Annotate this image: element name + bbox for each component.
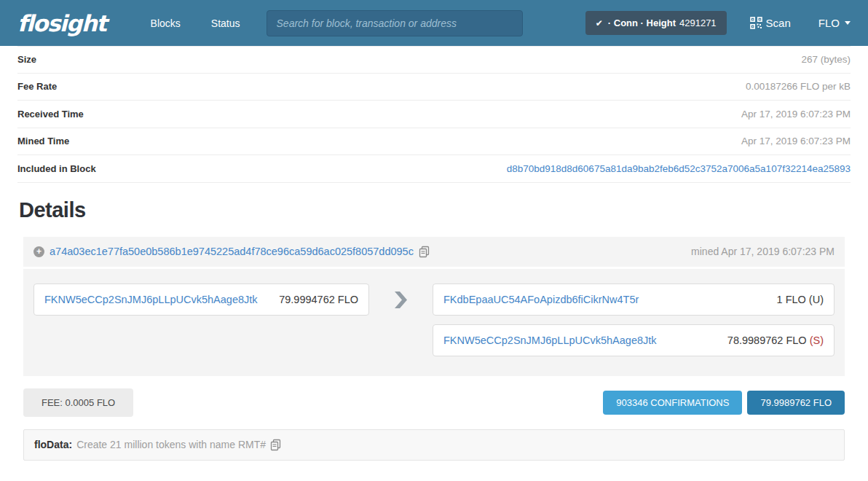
transaction-body: FKNW5eCCp2SnJMJ6pLLpUCvk5hAage8Jtk 79.99… — [23, 269, 845, 376]
table-row-size: Size 267 (bytes) — [17, 46, 851, 74]
unspent-flag: (U) — [809, 294, 824, 305]
currency-label: FLO — [818, 17, 840, 29]
output-address-link[interactable]: FKNW5eCCp2SnJMJ6pLLpUCvk5hAage8Jtk — [443, 335, 657, 346]
transaction-header: + a74a03ec1e77fa50e0b586b1e9745225ad4f78… — [23, 237, 845, 269]
status-badge-label: · Conn · Height — [608, 17, 676, 28]
row-value: Apr 17, 2019 6:07:23 PM — [741, 136, 851, 146]
mined-time-label: mined Apr 17, 2019 6:07:23 PM — [691, 246, 835, 257]
scan-button[interactable]: Scan — [750, 17, 791, 29]
input-amount: 79.9994762 FLO — [279, 294, 358, 305]
row-label: Size — [17, 54, 36, 65]
row-value: 267 (bytes) — [801, 54, 851, 65]
search-wrap — [267, 10, 523, 36]
output-row: FKNW5eCCp2SnJMJ6pLLpUCvk5hAage8Jtk 78.99… — [433, 324, 835, 356]
flodata-text: Create 21 million tokens with name RMT# — [76, 439, 266, 450]
row-label: Fee Rate — [17, 81, 57, 92]
qr-code-icon — [750, 17, 762, 29]
input-address-link[interactable]: FKNW5eCCp2SnJMJ6pLLpUCvk5hAage8Jtk — [44, 294, 258, 305]
flodata-box: floData: Create 21 million tokens with n… — [23, 429, 845, 461]
navbar-right: ✔ · Conn · Height 4291271 — [585, 11, 851, 35]
spent-flag: (S) — [810, 335, 824, 346]
transaction-header-left: + a74a03ec1e77fa50e0b586b1e9745225ad4f78… — [33, 246, 430, 258]
brand-logo[interactable]: flosight — [17, 10, 106, 36]
output-amount: 78.9989762 FLO(S) — [727, 335, 824, 346]
chevron-right-icon — [395, 292, 407, 356]
output-address-link[interactable]: FKdbEpaaUC54AFoApizdb6fiCikrNw4T5r — [443, 294, 639, 305]
row-label: Received Time — [17, 109, 84, 120]
tx-summary-table: Size 267 (bytes) Fee Rate 0.00187266 FLO… — [17, 46, 851, 183]
copy-icon[interactable] — [419, 246, 430, 258]
copy-icon[interactable] — [270, 439, 282, 451]
row-value: 0.00187266 FLO per kB — [746, 81, 851, 92]
fee-row: FEE: 0.0005 FLO 903346 CONFIRMATIONS 79.… — [23, 388, 845, 417]
transaction-card: + a74a03ec1e77fa50e0b586b1e9745225ad4f78… — [23, 237, 845, 376]
scan-label: Scan — [766, 17, 791, 29]
arrow-column — [369, 283, 433, 356]
page-title: Details — [19, 198, 851, 222]
currency-dropdown[interactable]: FLO — [818, 17, 851, 29]
row-value: Apr 17, 2019 6:07:23 PM — [741, 109, 851, 120]
nav-item-status[interactable]: Status — [196, 17, 256, 29]
input-row: FKNW5eCCp2SnJMJ6pLLpUCvk5hAage8Jtk 79.99… — [33, 283, 369, 316]
inputs-column: FKNW5eCCp2SnJMJ6pLLpUCvk5hAage8Jtk 79.99… — [33, 283, 369, 356]
row-label: Included in Block — [17, 163, 96, 174]
output-amount: 1 FLO(U) — [777, 294, 824, 305]
table-row-included-in-block: Included in Block d8b70bd918d8d60675a81d… — [17, 155, 851, 183]
block-hash-link[interactable]: d8b70bd918d8d60675a81da9bab2feb6d52c3752… — [507, 163, 851, 174]
fee-buttons: 903346 CONFIRMATIONS 79.9989762 FLO — [603, 391, 845, 415]
table-row-mined-time: Mined Time Apr 17, 2019 6:07:23 PM — [17, 128, 851, 156]
flodata-label: floData: — [34, 439, 72, 450]
block-height-value: 4291271 — [679, 17, 717, 28]
navbar: flosight Blocks Status ✔ · Conn · Height… — [0, 0, 868, 46]
total-amount-button[interactable]: 79.9989762 FLO — [747, 391, 845, 415]
main-content: Size 267 (bytes) Fee Rate 0.00187266 FLO… — [0, 46, 868, 461]
output-row: FKdbEpaaUC54AFoApizdb6fiCikrNw4T5r 1 FLO… — [433, 283, 835, 316]
expand-plus-icon[interactable]: + — [33, 246, 44, 257]
nav-item-blocks[interactable]: Blocks — [135, 17, 196, 29]
row-label: Mined Time — [17, 136, 69, 146]
search-input[interactable] — [267, 10, 523, 36]
txid-link[interactable]: a74a03ec1e77fa50e0b586b1e9745225ad4f78ce… — [50, 246, 414, 257]
table-row-fee-rate: Fee Rate 0.00187266 FLO per kB — [17, 74, 851, 101]
fee-badge: FEE: 0.0005 FLO — [23, 388, 133, 417]
confirmations-button[interactable]: 903346 CONFIRMATIONS — [603, 391, 742, 415]
table-row-received-time: Received Time Apr 17, 2019 6:07:23 PM — [17, 101, 851, 128]
outputs-column: FKdbEpaaUC54AFoApizdb6fiCikrNw4T5r 1 FLO… — [433, 283, 835, 356]
check-icon: ✔ — [596, 18, 603, 28]
connection-status-badge[interactable]: ✔ · Conn · Height 4291271 — [585, 11, 727, 35]
chevron-down-icon — [845, 21, 851, 25]
